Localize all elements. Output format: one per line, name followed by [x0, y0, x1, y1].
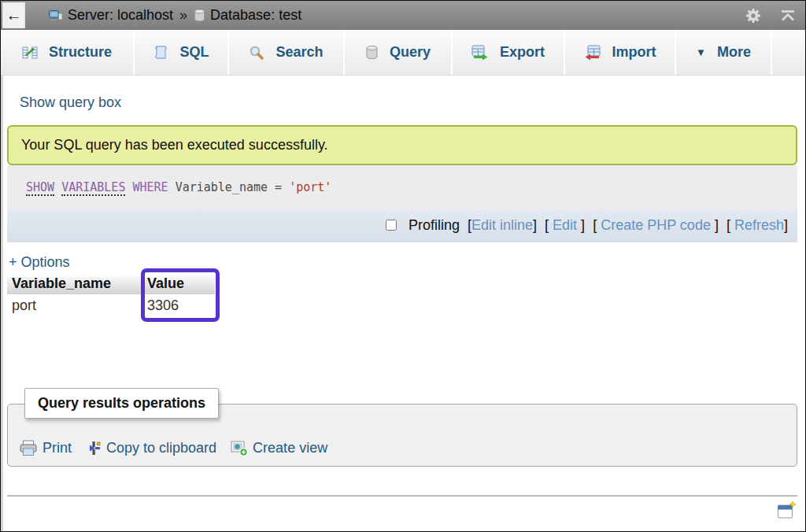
- options-toggle-link[interactable]: + Options: [9, 254, 70, 271]
- export-icon: [471, 45, 489, 61]
- operations-title: Query results operations: [38, 395, 205, 411]
- print-link: Print: [43, 440, 72, 456]
- table-row: port 3306: [7, 294, 215, 317]
- tab-structure[interactable]: Structure: [1, 30, 135, 75]
- database-icon: [194, 9, 205, 22]
- breadcrumb-database-link[interactable]: Database: test: [194, 7, 301, 24]
- success-message: Your SQL query has been executed success…: [7, 125, 797, 165]
- refresh-link[interactable]: Refresh: [734, 217, 784, 233]
- tab-sql[interactable]: SQL: [135, 30, 229, 75]
- tab-bar: Structure SQL Search: [1, 30, 805, 76]
- cell-value: 3306: [142, 294, 215, 317]
- create-view-link: Create view: [253, 440, 327, 456]
- edit-link[interactable]: Edit: [553, 217, 577, 233]
- column-header-variable-name[interactable]: Variable_name: [7, 274, 142, 294]
- bracket: [: [593, 217, 601, 233]
- tab-more-label: More: [717, 44, 751, 61]
- sql-keyword-variables[interactable]: VARIABLES: [61, 180, 125, 196]
- tab-query-label: Query: [390, 44, 431, 61]
- bracket: ]: [711, 217, 719, 233]
- main-content: Show query box Your SQL query has been e…: [1, 76, 805, 523]
- query-results-operations: Query results operations Print: [7, 388, 797, 467]
- breadcrumb: Server: localhost » Database: test: [49, 7, 301, 24]
- topbar-actions: [744, 1, 796, 30]
- copy-to-clipboard-action[interactable]: Copy to clipboard: [86, 440, 216, 456]
- profiling-checkbox[interactable]: [386, 220, 397, 231]
- bracket: [: [727, 217, 734, 233]
- create-php-group: [ Create PHP code ]: [593, 217, 719, 233]
- edit-group: [ Edit ]: [545, 217, 585, 233]
- sql-string-value: 'port': [289, 180, 331, 194]
- show-query-box-link[interactable]: Show query box: [20, 94, 121, 111]
- server-icon: [49, 9, 63, 23]
- tab-search-label: Search: [275, 44, 323, 61]
- bracket: ]: [577, 217, 585, 233]
- sql-keyword-where: WHERE: [132, 180, 168, 194]
- cell-variable-name: port: [7, 294, 142, 317]
- results-table: Variable_name Value port 3306: [7, 274, 215, 317]
- table-header-row: Variable_name Value: [7, 274, 215, 294]
- edit-inline-group: [Edit inline]: [468, 217, 537, 233]
- copy-to-clipboard-icon: [86, 440, 102, 456]
- create-view-action[interactable]: Create view: [231, 440, 327, 456]
- create-php-code-link[interactable]: Create PHP code: [601, 217, 711, 233]
- chevron-down-icon: ▼: [696, 46, 706, 58]
- edit-inline-link[interactable]: Edit inline: [471, 217, 533, 233]
- collapse-top-icon[interactable]: [780, 9, 796, 22]
- tab-import-label: Import: [612, 44, 656, 61]
- settings-gear-icon[interactable]: [744, 6, 763, 25]
- tab-sql-label: SQL: [179, 44, 209, 61]
- bracket: [: [545, 217, 553, 233]
- refresh-group: [ Refresh]: [727, 217, 788, 233]
- results-table-area: Variable_name Value port 3306: [7, 274, 797, 317]
- sql-operator: =: [275, 180, 282, 194]
- import-icon: [584, 45, 601, 61]
- sql-icon: [153, 45, 168, 61]
- create-view-icon: [231, 440, 248, 456]
- tab-export[interactable]: Export: [453, 30, 565, 75]
- breadcrumb-server-label: Server: localhost: [68, 7, 173, 24]
- bracket: ]: [784, 217, 788, 233]
- breadcrumb-database-label: Database: test: [210, 7, 301, 24]
- query-database-icon: [365, 45, 379, 60]
- tab-import[interactable]: Import: [565, 30, 676, 75]
- print-icon: [19, 440, 38, 456]
- sql-query-display: SHOW VARIABLES WHERE Variable_name = 'po…: [7, 165, 797, 209]
- print-action[interactable]: Print: [19, 440, 72, 456]
- tab-structure-label: Structure: [49, 44, 112, 61]
- copy-to-clipboard-link: Copy to clipboard: [106, 440, 216, 456]
- sql-keyword-show[interactable]: SHOW: [26, 180, 54, 196]
- top-bar: ← Server: localhost »: [1, 1, 805, 30]
- left-arrow-icon: ←: [6, 6, 22, 24]
- footer-row: [7, 497, 797, 523]
- phpmyadmin-page: ← Server: localhost »: [0, 0, 806, 532]
- column-header-value[interactable]: Value: [142, 274, 215, 294]
- open-new-window-icon[interactable]: [777, 501, 796, 523]
- structure-icon: [22, 45, 38, 61]
- query-toolbar: Profiling [Edit inline] [ Edit ] [ Creat…: [7, 209, 797, 242]
- frame-border[interactable]: [1, 76, 3, 531]
- profiling-label: Profiling: [409, 217, 460, 233]
- tab-query[interactable]: Query: [345, 30, 453, 75]
- tab-more[interactable]: ▼ More: [676, 30, 772, 75]
- search-icon: [249, 45, 264, 61]
- bracket: ]: [533, 217, 537, 233]
- breadcrumb-server-link[interactable]: Server: localhost: [49, 7, 173, 24]
- breadcrumb-separator: »: [179, 7, 187, 24]
- success-message-text: Your SQL query has been executed success…: [21, 137, 328, 153]
- collapse-nav-button[interactable]: ←: [2, 2, 25, 28]
- tab-export-label: Export: [500, 44, 545, 61]
- operations-legend: Query results operations: [24, 388, 219, 419]
- sql-identifier: Variable_name: [176, 180, 268, 194]
- tab-search[interactable]: Search: [229, 30, 345, 75]
